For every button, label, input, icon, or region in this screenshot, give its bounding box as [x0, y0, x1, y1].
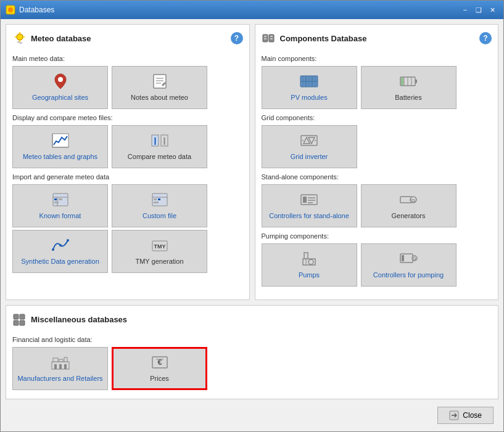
meteo-panel-title: Meteo database: [31, 34, 91, 43]
pumps-button[interactable]: Pumps: [262, 243, 357, 287]
svg-rect-24: [54, 202, 59, 203]
financial-label: Financial and logistic data:: [12, 336, 492, 343]
misc-icon: [12, 312, 27, 327]
pump-icon: [299, 250, 319, 267]
window-title: Databases: [19, 6, 459, 14]
main-window: Databases − ❑ ✕: [0, 0, 504, 432]
manufacturers-button[interactable]: Manufacturers and Retailers: [12, 347, 108, 390]
display-buttons: Meteo tables and graphs Compare meteo da…: [12, 125, 243, 168]
pv-modules-label: PV modules: [291, 93, 327, 102]
meteo-icon: [12, 31, 27, 46]
battery-icon: [399, 73, 418, 90]
footer-bar: Close: [6, 404, 498, 426]
components-panel-title: Components Database: [280, 34, 367, 43]
svg-point-1: [8, 7, 13, 12]
svg-rect-84: [64, 357, 67, 362]
pumping-label: Pumping components:: [262, 232, 492, 240]
custom-file-button[interactable]: Custom file: [112, 184, 207, 227]
geographical-sites-label: Geographical sites: [32, 93, 88, 102]
chart-icon: [51, 132, 70, 149]
generator-icon: G: [399, 191, 418, 208]
components-panel: Components Database ? Main components:: [255, 24, 499, 300]
inverter-icon: [299, 132, 319, 149]
svg-rect-83: [59, 359, 63, 362]
known-format-label: Known format: [39, 211, 81, 220]
svg-rect-77: [14, 314, 19, 319]
svg-rect-27: [154, 198, 157, 200]
svg-point-31: [59, 244, 62, 247]
svg-point-2: [17, 34, 23, 40]
notes-meteo-label: Notes about meteo: [131, 93, 188, 102]
misc-panel: Miscellaneous databases Financial and lo…: [6, 305, 498, 399]
pv-modules-button[interactable]: PV modules: [262, 66, 357, 109]
manufacturers-label: Manufacturers and Retailers: [17, 374, 102, 383]
controller-pump-icon: G: [399, 250, 418, 267]
svg-text:€: €: [157, 357, 162, 367]
controllers-standalone-button[interactable]: Controllers for stand-alone: [262, 184, 357, 227]
content-area: Meteo database ? Main meteo data: Geogr: [1, 19, 503, 431]
components-title-row: Components Database: [262, 31, 367, 46]
tmy-icon: TMY: [150, 237, 170, 254]
synthetic-icon: [51, 237, 70, 254]
controller-icon: [299, 191, 319, 208]
svg-rect-73: [402, 255, 404, 261]
svg-rect-29: [154, 202, 159, 203]
close-window-button[interactable]: ✕: [486, 4, 498, 15]
restore-button[interactable]: ❑: [473, 4, 485, 15]
svg-point-7: [58, 77, 63, 82]
minimize-button[interactable]: −: [459, 4, 471, 15]
svg-rect-39: [264, 38, 266, 39]
svg-rect-28: [158, 198, 160, 200]
meteo-help-button[interactable]: ?: [231, 32, 243, 44]
display-label: Display and compare meteo files:: [12, 114, 243, 121]
grid-inverter-label: Grid inverter: [291, 152, 328, 161]
svg-rect-69: [304, 253, 308, 259]
geographical-sites-button[interactable]: Geographical sites: [12, 66, 108, 109]
standalone-buttons: Controllers for stand-alone G Generators: [262, 184, 492, 227]
synthetic-data-button[interactable]: Synthetic Data generation: [12, 230, 108, 273]
svg-rect-23: [59, 198, 62, 200]
svg-rect-86: [59, 364, 62, 369]
svg-rect-38: [270, 36, 273, 37]
controllers-pumping-label: Controllers for pumping: [373, 271, 444, 279]
grid-buttons: Grid inverter: [262, 125, 492, 168]
tmy-generation-button[interactable]: TMY TMY generation: [112, 230, 207, 273]
pumps-label: Pumps: [299, 271, 320, 279]
svg-rect-40: [270, 38, 273, 39]
generators-button[interactable]: G Generators: [361, 184, 456, 227]
svg-point-32: [67, 239, 69, 242]
prices-button[interactable]: € Prices: [112, 347, 207, 390]
factory-icon: [51, 354, 70, 371]
price-icon: €: [150, 354, 170, 371]
window-icon: [6, 5, 15, 15]
svg-rect-87: [64, 364, 67, 369]
svg-rect-61: [303, 197, 307, 203]
grid-inverter-button[interactable]: Grid inverter: [262, 125, 357, 168]
close-button[interactable]: Close: [437, 407, 494, 424]
import-buttons-1: Known format Custom file: [12, 184, 243, 227]
close-icon: [449, 410, 459, 420]
misc-panel-title: Miscellaneous databases: [31, 315, 127, 324]
synthetic-data-label: Synthetic Data generation: [21, 257, 99, 266]
svg-rect-52: [415, 79, 417, 83]
svg-text:G: G: [413, 256, 416, 261]
compare-icon: [150, 132, 170, 149]
components-panel-header: Components Database ?: [262, 31, 492, 49]
components-help-button[interactable]: ?: [479, 32, 492, 44]
import-buttons-2: Synthetic Data generation TMY TMY genera…: [12, 230, 243, 273]
meteo-tables-button[interactable]: Meteo tables and graphs: [12, 125, 108, 168]
meteo-tables-label: Meteo tables and graphs: [23, 152, 97, 161]
batteries-button[interactable]: Batteries: [361, 66, 456, 109]
notes-meteo-button[interactable]: Notes about meteo: [112, 66, 207, 109]
known-format-button[interactable]: Known format: [12, 184, 108, 227]
custom-file-label: Custom file: [143, 211, 176, 220]
main-components-buttons: PV modules: [262, 66, 492, 109]
tmy-label: TMY generation: [135, 257, 183, 266]
window-controls: − ❑ ✕: [459, 4, 498, 15]
controllers-pumping-button[interactable]: G Controllers for pumping: [361, 243, 456, 287]
batteries-label: Batteries: [395, 93, 421, 102]
svg-rect-22: [54, 198, 57, 200]
compare-meteo-button[interactable]: Compare meteo data: [112, 125, 207, 168]
misc-panel-header: Miscellaneous databases: [12, 312, 492, 330]
top-panels: Meteo database ? Main meteo data: Geogr: [6, 24, 498, 300]
